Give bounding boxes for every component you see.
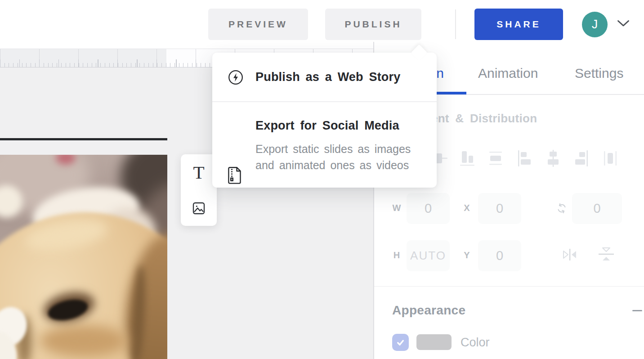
check-icon	[396, 338, 405, 347]
preview-button[interactable]: PREVIEW	[208, 9, 308, 40]
publish-dropdown-menu: Publish as a Web Story Export for Social…	[212, 53, 437, 188]
tab-settings[interactable]: Settings	[575, 66, 623, 81]
minus-icon	[632, 310, 642, 311]
align-left-icon	[514, 148, 534, 169]
y-label: Y	[461, 250, 472, 260]
image-tool-icon	[192, 202, 205, 215]
top-bar: PREVIEW PUBLISH SHARE J	[0, 0, 644, 42]
avatar[interactable]: J	[582, 12, 608, 37]
topbar-divider	[455, 9, 456, 39]
publish-button[interactable]: PUBLISH	[325, 9, 421, 40]
section-divider	[374, 286, 644, 287]
color-label: Color	[461, 336, 490, 350]
distribute-horizontal-button[interactable]	[600, 148, 620, 169]
align-center-button[interactable]	[543, 148, 563, 169]
flip-horizontal-button[interactable]	[560, 246, 579, 264]
element-toolbar: T	[181, 154, 217, 226]
x-label: X	[461, 203, 472, 213]
text-tool-icon: T	[193, 162, 204, 183]
align-center-icon	[543, 148, 563, 169]
zip-file-icon	[227, 166, 242, 184]
align-right-button[interactable]	[572, 148, 591, 169]
height-label: H	[391, 250, 402, 260]
collapse-section-button[interactable]	[630, 305, 644, 317]
canvas-dog-image-element[interactable]	[0, 155, 167, 359]
chevron-down-icon	[617, 20, 630, 27]
menu-item-description-line1: Export static slides as images	[255, 141, 411, 157]
menu-item-publish-web-story[interactable]: Publish as a Web Story	[212, 53, 437, 101]
share-button[interactable]: SHARE	[474, 9, 563, 40]
x-value: 0	[496, 201, 503, 216]
dog-brow-shade	[40, 325, 127, 357]
align-right-icon	[572, 148, 591, 169]
appearance-section-title: Appearance	[392, 303, 465, 318]
height-value: AUTO	[410, 249, 446, 263]
rotate-icon	[556, 202, 567, 214]
width-value: 0	[425, 201, 432, 216]
avatar-initial: J	[592, 18, 598, 31]
menu-item-title: Export for Social Media	[255, 119, 399, 133]
distribute-vertical-icon	[486, 148, 505, 169]
menu-item-description-line2: and animated ones as videos	[255, 157, 409, 173]
canvas-divider-line-element[interactable]	[0, 138, 167, 140]
color-swatch[interactable]	[416, 334, 452, 350]
rotation-value: 0	[593, 201, 600, 216]
ruler-margin	[0, 42, 373, 49]
width-label: W	[391, 203, 402, 213]
app-window: T Design Animation Settings Alignment & …	[0, 0, 644, 359]
lightning-circle-icon	[228, 69, 244, 85]
text-tool-button[interactable]: T	[181, 154, 217, 190]
y-input[interactable]: 0	[478, 240, 521, 271]
align-left-button[interactable]	[514, 148, 534, 169]
flip-vertical-button[interactable]	[596, 245, 616, 264]
flip-vertical-icon	[596, 245, 616, 264]
distribute-horizontal-icon	[600, 148, 620, 169]
align-bottom-icon	[457, 148, 477, 169]
width-input[interactable]: 0	[407, 193, 450, 224]
x-input[interactable]: 0	[478, 193, 521, 224]
tab-animation[interactable]: Animation	[478, 66, 538, 81]
menu-item-title: Publish as a Web Story	[255, 70, 400, 84]
menu-item-export-social[interactable]: Export for Social Media Export static sl…	[212, 102, 437, 188]
distribute-vertical-button[interactable]	[486, 148, 505, 169]
color-enabled-checkbox[interactable]	[392, 334, 409, 351]
y-value: 0	[496, 248, 503, 263]
image-tool-button[interactable]	[181, 190, 217, 226]
align-bottom-button[interactable]	[457, 148, 477, 169]
rotation-input[interactable]: 0	[572, 193, 622, 224]
height-input[interactable]: AUTO	[407, 240, 450, 271]
account-menu-button[interactable]	[617, 20, 631, 29]
flip-horizontal-icon	[560, 246, 579, 264]
